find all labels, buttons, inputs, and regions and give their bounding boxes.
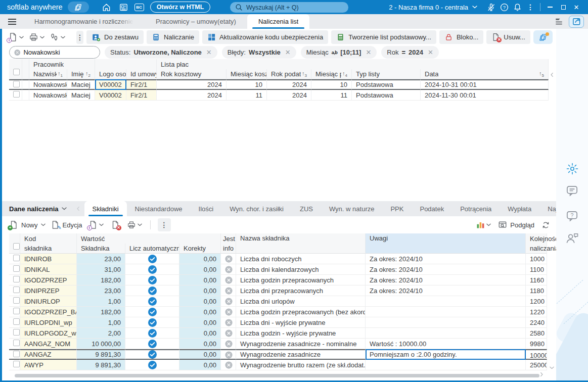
row-checkbox[interactable] — [9, 285, 20, 296]
cell-licz-automatycznie[interactable] — [125, 349, 179, 360]
col-miesiac-podatkowy[interactable]: Miesiąc podatkowy↑4 — [311, 69, 352, 79]
tab-list-button[interactable] — [554, 17, 564, 26]
cell-typ-listy[interactable]: Podstawowa — [352, 90, 421, 101]
do-zestawu-button[interactable]: Do zestawu — [86, 30, 144, 44]
chip-close-icon[interactable]: ✕ — [285, 49, 291, 56]
chip-close-icon[interactable]: ✕ — [206, 49, 212, 56]
cell-licz-automatycznie[interactable] — [125, 317, 179, 328]
cell-miesiac-podatkowy[interactable]: 10 — [311, 79, 352, 90]
cell-id-umowy[interactable]: Fir2/1 — [126, 79, 157, 90]
open-in-new-window-button[interactable] — [569, 16, 584, 28]
cell-wartosc[interactable]: 1,00 — [77, 317, 125, 328]
cell-korekty[interactable]: 0,00 — [179, 275, 221, 285]
cell-korekty[interactable]: 0,00 — [179, 349, 221, 360]
cell-nazwa[interactable]: Wynagrodzenie zasadnicze - nominalne — [236, 339, 366, 349]
notifications-button[interactable] — [511, 1, 524, 13]
blokowanie-button[interactable]: Bloko... — [439, 30, 483, 44]
cell-kod[interactable]: IDNIROB — [20, 254, 77, 264]
col-korekty[interactable]: Korekty — [179, 244, 221, 254]
row-checkbox[interactable] — [9, 339, 20, 349]
horizontal-scrollbar[interactable] — [15, 374, 539, 377]
cell-kolejnosc[interactable]: 10000 — [526, 349, 547, 360]
cell-korekty[interactable]: 0,00 — [179, 317, 221, 328]
col-skladnika[interactable]: Składnika — [77, 244, 125, 254]
table-row[interactable]: IGODZPRZEP_BA 182,00 0,00 Liczba godzin … — [9, 307, 547, 317]
cell-rok-kosztowy[interactable]: 2024 — [157, 90, 227, 101]
col-rok-podatkowy[interactable]: Rok podatkowy↑3 — [267, 69, 311, 79]
cell-kod[interactable]: AWYP — [20, 360, 77, 370]
cell-imie[interactable]: Maciej — [67, 90, 95, 101]
table-row[interactable]: Nowakowski Maciej V00002 Fir2/1 2024 11 … — [9, 90, 549, 101]
cell-wartosc[interactable]: 9 891,30 — [77, 360, 125, 370]
cell-nazwa[interactable]: Liczba godzin przepracowanych — [236, 275, 366, 285]
tworzenie-list-button[interactable]: Tworzenie list podstawowy... — [331, 30, 436, 44]
cell-korekty[interactable]: 0,00 — [179, 264, 221, 275]
cell-id-umowy[interactable]: Fir2/1 — [126, 90, 157, 101]
news-button[interactable] — [117, 2, 130, 13]
cell-kolejnosc[interactable]: 250000 — [526, 360, 547, 370]
cell-data[interactable]: 2024-11-30 00:01 — [421, 90, 549, 101]
cell-uwagi[interactable] — [366, 296, 526, 307]
cell-kolejnosc[interactable]: 2580 — [526, 328, 547, 339]
cell-wartosc[interactable]: 10 000,00 — [77, 339, 125, 349]
cell-licz-automatycznie[interactable] — [125, 264, 179, 275]
scroll-right-icon[interactable] — [539, 373, 544, 376]
cell-korekty[interactable]: 0,00 — [179, 360, 221, 370]
refresh-components-button[interactable] — [540, 221, 551, 229]
table-row[interactable]: Nowakowski Maciej V00002 Fir2/1 2024 10 … — [9, 79, 549, 90]
cell-korekty[interactable]: 0,00 — [179, 328, 221, 339]
cell-nazwa[interactable]: Liczba dni - wyjście prywatne — [236, 317, 366, 328]
table-row[interactable]: IDNIKAL 31,00 0,00 Liczba dni kalendarzo… — [9, 264, 547, 275]
aktualizowanie-kodu-button[interactable]: Aktualizowanie kodu ubezpieczenia — [202, 30, 328, 44]
clear-search-icon[interactable] — [14, 49, 20, 56]
detail-panel-selector[interactable]: Dane naliczenia — [2, 201, 72, 216]
preview-button[interactable]: Podgląd — [498, 220, 534, 229]
chart-view-button[interactable] — [475, 221, 492, 229]
row-checkbox[interactable] — [9, 264, 20, 275]
cell-kolejnosc[interactable]: 1220 — [526, 307, 547, 317]
cell-kolejnosc[interactable]: 1180 — [526, 285, 547, 296]
col-licz-automatycznie[interactable]: Licz automatycznie — [125, 244, 179, 254]
microphone-muted-button[interactable] — [484, 1, 497, 13]
tab-wyn-chor-i-zasilki[interactable]: Wyn. chor. i zasiłki — [221, 201, 292, 216]
cell-wartosc[interactable]: 31,00 — [77, 264, 125, 275]
cell-jest-info[interactable] — [221, 307, 236, 317]
cell-nazwisko[interactable]: Nowakowski — [29, 90, 67, 101]
row-checkbox[interactable] — [9, 307, 20, 317]
tab-wyn-w-naturze[interactable]: Wyn. w naturze — [321, 201, 382, 216]
tab-podatek[interactable]: Podatek — [412, 201, 452, 216]
row-checkbox[interactable] — [9, 254, 20, 264]
cell-nazwa[interactable]: Liczba godzin przepracowanych (bez akord… — [236, 307, 366, 317]
open-in-html-button[interactable]: Otwórz w HTML — [150, 2, 211, 13]
cell-jest-info[interactable] — [221, 317, 236, 328]
main-menu-button[interactable] — [0, 14, 23, 29]
col-miesiac-kosztowy[interactable]: Miesiąc kosztowy — [227, 69, 267, 79]
cell-kod[interactable]: IDNIPRZEP — [20, 285, 77, 296]
row-checkbox[interactable] — [9, 79, 22, 90]
workspaces-button[interactable] — [68, 2, 89, 13]
row-checkbox[interactable] — [9, 296, 20, 307]
col-typ-listy[interactable]: Typ listy — [352, 69, 421, 79]
cell-rok-kosztowy[interactable]: 2024 — [157, 79, 227, 90]
cell-kod[interactable]: IGODZPRZEP_BA — [20, 307, 77, 317]
company-selector[interactable]: 2 - Nasza firma 0 - centrala — [389, 4, 477, 11]
cell-kolejnosc[interactable]: 2240 — [526, 317, 547, 328]
cell-licz-automatycznie[interactable] — [125, 360, 179, 370]
cell-licz-automatycznie[interactable] — [125, 339, 179, 349]
cell-miesiac-kosztowy[interactable]: 10 — [227, 79, 267, 90]
tab-skladniki[interactable]: Składniki — [84, 201, 127, 216]
cell-jest-info[interactable] — [221, 349, 236, 360]
cell-uwagi[interactable] — [366, 317, 526, 328]
maximize-button[interactable] — [557, 1, 570, 13]
cell-korekty[interactable]: 0,00 — [179, 254, 221, 264]
cell-kod[interactable]: IDNIKAL — [20, 264, 77, 275]
cell-typ-listy[interactable]: Podstawowa — [352, 79, 421, 90]
col-logo-osoby[interactable]: Logo osoby — [95, 69, 126, 79]
filter-chip-status[interactable]: Status:Utworzone, Naliczone ✕ — [105, 46, 217, 59]
cell-nazwa[interactable]: Liczba godzin - wyjście prywatne — [236, 328, 366, 339]
col-rok-kosztowy[interactable]: Rok kosztowy — [157, 69, 227, 79]
cell-licz-automatycznie[interactable] — [125, 307, 179, 317]
cell-korekty[interactable]: 0,00 — [179, 296, 221, 307]
print-components-button[interactable] — [126, 220, 143, 229]
cell-kolejnosc[interactable]: 1100 — [526, 264, 547, 275]
